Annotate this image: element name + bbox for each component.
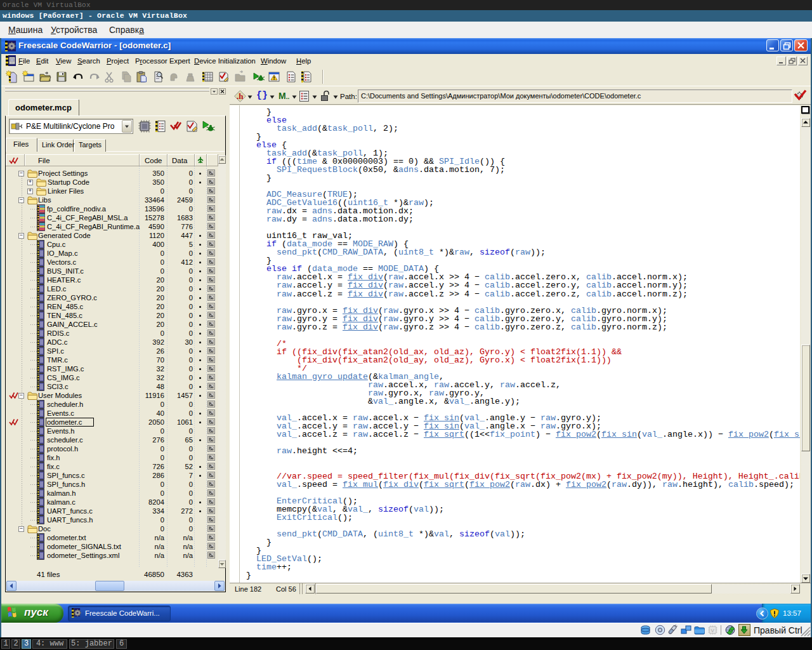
svg-text:.h: .h bbox=[237, 91, 244, 101]
svg-text:V: V bbox=[711, 628, 715, 633]
